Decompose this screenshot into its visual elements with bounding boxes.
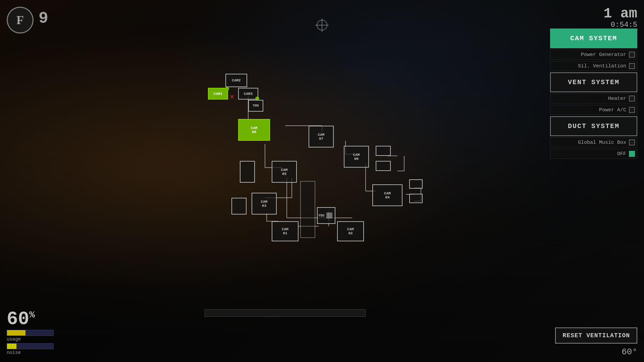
cam-node-cam06[interactable]: CAM06	[344, 146, 369, 168]
crosshair-circle	[317, 20, 327, 31]
toggle-sil-ventilation[interactable]: Sil. Ventilation	[550, 61, 637, 71]
toggle-power-ac[interactable]: Power A/C	[550, 105, 637, 115]
stats-panel: 60% usage noise	[7, 310, 54, 355]
usage-bar-row	[7, 330, 54, 336]
duct-system-button[interactable]: DUCT SYSTEM	[550, 116, 637, 136]
cam1-dot	[225, 87, 229, 91]
cam-node-small4[interactable]	[409, 194, 423, 203]
cam-node-you-top[interactable]: YOU	[248, 100, 263, 112]
toggle-heater-label: Heater	[608, 96, 626, 102]
freddy-logo: F	[7, 7, 34, 34]
cam-node-small2[interactable]	[376, 161, 391, 171]
cam-node-cam01[interactable]: CAM01	[272, 221, 299, 241]
toggle-heater[interactable]: Heater	[550, 94, 637, 104]
cam-node-cam02[interactable]: CAM02	[337, 221, 364, 241]
toggle-global-music-box-label: Global Music Box	[578, 140, 626, 145]
cam-node-cam2[interactable]: CAM2	[225, 74, 247, 87]
toggle-sil-ventilation-label: Sil. Ventilation	[578, 63, 626, 69]
toggle-global-music-box-box[interactable]	[629, 139, 635, 145]
noise-bar-fill	[7, 344, 16, 349]
toggle-heater-box[interactable]	[629, 96, 635, 102]
toggle-sil-ventilation-box[interactable]	[629, 63, 635, 69]
toggle-power-generator[interactable]: Power Generator	[550, 50, 637, 60]
off-status-row[interactable]: OFF	[550, 149, 637, 159]
cam-system-button[interactable]: CAM SYSTEM	[550, 28, 637, 48]
noise-bar-row	[7, 343, 54, 349]
cam-node-cam07[interactable]: CAM07	[309, 126, 334, 147]
reset-ventilation-button[interactable]: RESET VENTILATION	[555, 327, 637, 344]
time-display: 1 am 0:54:5	[603, 7, 637, 29]
cam-node-small5[interactable]	[231, 198, 247, 215]
off-status-label: OFF	[617, 151, 626, 157]
off-indicator	[629, 151, 635, 157]
time-seconds: 0:54:5	[603, 21, 637, 29]
cam-node-cam1[interactable]: CAM1	[208, 88, 228, 100]
temperature-display: 60°	[622, 347, 637, 357]
cam-node-cam3[interactable]: CAM3	[238, 88, 258, 100]
crosshair	[315, 18, 329, 32]
power-percent: 60%	[7, 310, 54, 328]
cam-node-cam05[interactable]: CAM05	[272, 161, 297, 183]
usage-bar-fill	[7, 330, 25, 336]
toggle-power-ac-box[interactable]	[629, 107, 635, 113]
toggle-global-music-box[interactable]: Global Music Box	[550, 137, 637, 147]
cam-node-cam04[interactable]: CAM04	[372, 184, 402, 206]
night-number: 9	[39, 9, 48, 27]
cam-connection-lines	[205, 74, 433, 261]
toggle-power-generator-label: Power Generator	[581, 52, 626, 58]
cam-node-cam03[interactable]: CAM03	[252, 193, 277, 215]
freddy-letter: F	[16, 13, 24, 27]
cam-x-mark: ✕	[230, 92, 234, 101]
cam-node-small1[interactable]	[376, 146, 391, 156]
cam-node-area-right[interactable]	[300, 181, 315, 238]
right-panel: CAM SYSTEM Power Generator Sil. Ventilat…	[550, 28, 637, 159]
cam-node-small6[interactable]	[240, 161, 255, 183]
toggle-power-ac-label: Power A/C	[599, 107, 626, 113]
time-hour: 1 am	[603, 7, 637, 21]
cam-node-you-bottom[interactable]: YOU	[317, 207, 335, 224]
cam-node-small3[interactable]	[409, 179, 423, 189]
usage-bar-bg	[7, 330, 54, 336]
toggle-power-generator-box[interactable]	[629, 52, 635, 58]
noise-bar-bg	[7, 343, 54, 349]
vent-system-button[interactable]: VENT SYSTEM	[550, 72, 637, 92]
progress-bar	[205, 309, 366, 317]
cam-map: CAM2 CAM1 CAM3 ✕ YOU CAM08 CAM07 CAM05 C…	[205, 74, 433, 261]
freddy-circle: F	[7, 7, 34, 34]
usage-label: usage	[7, 337, 54, 342]
noise-label: noise	[7, 350, 54, 355]
cam-node-cam08[interactable]: CAM08	[238, 119, 270, 141]
